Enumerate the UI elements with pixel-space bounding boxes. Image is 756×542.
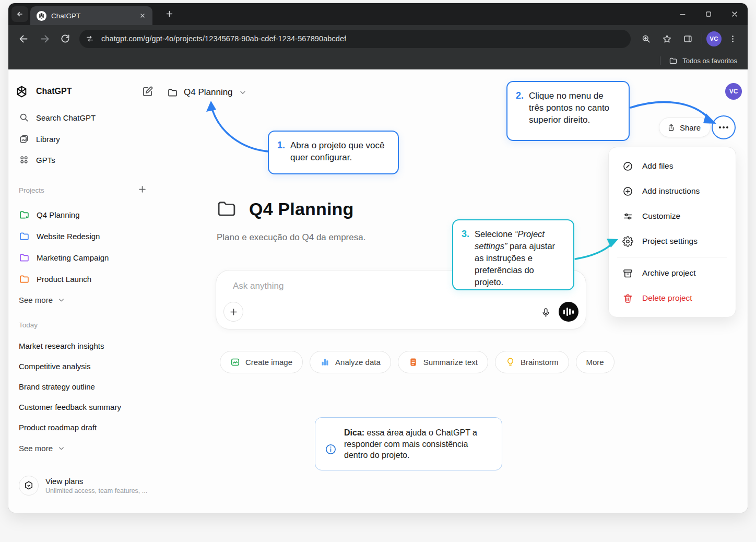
chip-analyze-data[interactable]: Analyze data xyxy=(310,351,391,373)
share-button[interactable]: Share xyxy=(659,117,711,137)
nav-forward-button[interactable] xyxy=(34,29,54,49)
menu-item-customize[interactable]: Customize xyxy=(609,204,736,229)
callout-step-2: 2. Clique no menu de três pontos no cant… xyxy=(506,81,630,141)
add-project-icon[interactable] xyxy=(137,184,147,194)
toolbar-right: VC xyxy=(636,29,742,49)
history-item-label: Customer feedback summary xyxy=(19,403,121,411)
tab-close-icon[interactable] xyxy=(138,11,147,20)
bookmark-star-icon[interactable] xyxy=(657,29,677,49)
user-avatar[interactable]: VC xyxy=(725,83,742,100)
browser-menu-icon[interactable] xyxy=(723,29,742,49)
callout-step-text: Clique no menu de três pontos no canto s… xyxy=(529,90,620,132)
project-switcher[interactable]: Q4 Planning xyxy=(167,84,247,101)
folder-icon xyxy=(19,231,30,242)
history-item[interactable]: Brand strategy outline xyxy=(14,376,160,397)
microphone-icon[interactable] xyxy=(540,307,551,318)
sidebar-item-search[interactable]: Search ChatGPT xyxy=(14,107,160,128)
window-back-button[interactable] xyxy=(11,6,28,22)
maximize-button[interactable] xyxy=(695,3,722,25)
new-chat-icon[interactable] xyxy=(141,86,153,98)
menu-item-delete-project[interactable]: Delete project xyxy=(609,286,736,311)
projects-see-more[interactable]: See more xyxy=(14,289,160,310)
history-item[interactable]: Customer feedback summary xyxy=(14,397,160,417)
chip-more[interactable]: More xyxy=(576,351,615,373)
chevron-down-icon xyxy=(57,296,65,304)
share-label: Share xyxy=(680,123,701,132)
callout-step-number: 1. xyxy=(277,139,285,166)
menu-divider xyxy=(617,257,727,257)
url-text: chatgpt.com/g/gpt-4o/projects/12345678-9… xyxy=(101,34,346,43)
chip-brainstorm[interactable]: Brainstorm xyxy=(495,351,569,373)
plans-hexagon-icon xyxy=(19,476,39,496)
view-plans-subtitle: Unlimited access, team features, ... xyxy=(45,487,147,494)
window-close-button[interactable] xyxy=(722,3,748,25)
history-item[interactable]: Product roadmap draft xyxy=(14,417,160,438)
arrow-step3 xyxy=(575,244,612,259)
menu-item-label: Project settings xyxy=(642,237,698,246)
arrow-step1 xyxy=(212,110,268,151)
history-item-label: Market research insights xyxy=(19,341,104,350)
all-bookmarks-button[interactable]: Todos os favoritos xyxy=(669,56,737,65)
projects-section-title: Projects xyxy=(19,186,44,194)
library-icon xyxy=(19,134,29,144)
voice-mode-button[interactable] xyxy=(559,302,578,322)
folder-icon xyxy=(19,274,30,285)
history-item-label: Brand strategy outline xyxy=(19,382,95,391)
browser-window: ChatGPT xyxy=(8,3,748,513)
history-item[interactable]: Competitive analysis xyxy=(14,356,160,376)
waveform-icon xyxy=(563,310,565,314)
sidebar-item-label: Search ChatGPT xyxy=(36,113,96,122)
toolbar-divider xyxy=(702,33,702,44)
zoom-icon[interactable] xyxy=(636,29,656,49)
menu-item-label: Add files xyxy=(642,161,673,171)
sidebar-item-gpts[interactable]: GPTs xyxy=(14,149,160,170)
customize-sliders-icon xyxy=(622,211,633,222)
view-plans-button[interactable]: View plans Unlimited access, team featur… xyxy=(15,471,161,500)
gpts-grid-icon xyxy=(19,155,29,165)
menu-item-project-settings[interactable]: Project settings xyxy=(609,229,736,254)
url-bar[interactable]: chatgpt.com/g/gpt-4o/projects/12345678-9… xyxy=(79,30,631,48)
project-settings-gear-icon xyxy=(622,236,633,247)
side-panel-icon[interactable] xyxy=(678,29,698,49)
menu-item-add-files[interactable]: Add files xyxy=(609,154,736,179)
analyze-data-icon xyxy=(320,357,330,367)
project-item-q4-planning[interactable]: Q4 Planning xyxy=(14,204,160,225)
sidebar-item-library[interactable]: Library xyxy=(14,128,160,149)
share-icon xyxy=(667,123,676,132)
sidebar: ChatGPT Search ChatGPT Library xyxy=(8,69,165,513)
attach-plus-button[interactable] xyxy=(223,302,243,322)
bookmarks-folder-icon xyxy=(669,56,678,65)
ellipsis-icon xyxy=(719,126,721,128)
archive-icon xyxy=(622,268,633,279)
history-item[interactable]: Market research insights xyxy=(14,336,160,356)
reload-button[interactable] xyxy=(55,29,75,49)
summarize-text-icon xyxy=(408,357,418,367)
project-item-label: Product Launch xyxy=(37,275,91,284)
browser-tab[interactable]: ChatGPT xyxy=(30,6,152,25)
composer-placeholder: Ask anything xyxy=(233,281,284,291)
minimize-button[interactable] xyxy=(669,3,695,25)
project-switcher-label: Q4 Planning xyxy=(184,87,233,98)
browser-toolbar: chatgpt.com/g/gpt-4o/projects/12345678-9… xyxy=(8,25,748,52)
project-item-marketing-campaign[interactable]: Marketing Campaign xyxy=(14,247,160,268)
project-options-button[interactable] xyxy=(712,115,736,139)
chip-summarize-text[interactable]: Summarize text xyxy=(398,351,488,373)
project-item-website-redesign[interactable]: Website Redesign xyxy=(14,226,160,246)
bookmarks-bar: Todos os favoritos xyxy=(8,52,748,69)
chevron-down-icon xyxy=(57,444,65,452)
suggestion-chips: Create image Analyze data Summarize text… xyxy=(220,351,615,373)
nav-back-button[interactable] xyxy=(14,29,33,49)
site-settings-icon[interactable] xyxy=(82,31,97,46)
chip-create-image[interactable]: Create image xyxy=(220,351,303,373)
project-item-product-launch[interactable]: Product Launch xyxy=(14,268,160,289)
new-tab-button[interactable] xyxy=(165,9,174,18)
browser-profile-avatar[interactable]: VC xyxy=(706,31,722,46)
history-see-more[interactable]: See more xyxy=(14,438,160,458)
view-plans-label: View plans xyxy=(45,477,147,486)
callout-step-text: Abra o projeto que você quer configurar. xyxy=(290,139,389,166)
sidebar-brand-row: ChatGPT xyxy=(14,82,153,101)
menu-item-archive-project[interactable]: Archive project xyxy=(609,261,736,286)
chip-label: Brainstorm xyxy=(521,358,559,367)
menu-item-add-instructions[interactable]: Add instructions xyxy=(609,179,736,204)
tip-box: Dica: essa área ajuda o ChatGPT a respon… xyxy=(315,417,502,470)
